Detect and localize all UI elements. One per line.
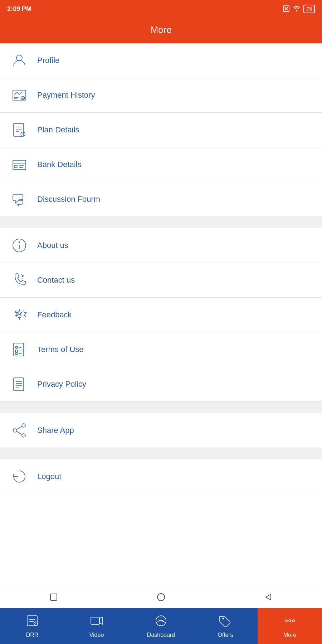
bottom-nav: DRR Video Dashboard xyxy=(0,608,322,644)
svg-rect-55 xyxy=(50,594,57,600)
feedback-icon xyxy=(10,306,29,324)
menu-section-share: Share App xyxy=(0,413,322,448)
nav-item-video[interactable]: Video xyxy=(64,608,129,644)
battery-icon: 76 xyxy=(303,5,315,13)
close-icon xyxy=(283,5,290,13)
menu-label-logout: Logout xyxy=(37,472,61,481)
nav-circle-button[interactable] xyxy=(157,593,165,603)
svg-point-38 xyxy=(13,429,17,432)
svg-rect-17 xyxy=(14,165,17,167)
menu-item-about-us[interactable]: About us xyxy=(0,228,322,263)
menu-item-bank-details[interactable]: Bank Details xyxy=(0,147,322,182)
dashboard-icon xyxy=(155,614,167,630)
nav-item-offers[interactable]: Offers xyxy=(193,608,258,644)
menu-label-share-app: Share App xyxy=(37,426,74,435)
wifi-icon xyxy=(293,5,301,13)
menu-item-terms-of-use[interactable]: Terms of Use xyxy=(0,332,322,367)
status-time: 2:09 PM xyxy=(7,5,31,13)
terms-icon xyxy=(10,340,29,359)
section-divider-3 xyxy=(0,448,322,459)
more-icon xyxy=(283,614,296,630)
menu-label-bank-details: Bank Details xyxy=(37,160,82,169)
video-icon xyxy=(90,614,103,630)
page-title: More xyxy=(150,24,171,35)
svg-point-30 xyxy=(15,352,18,355)
svg-point-3 xyxy=(16,55,22,61)
menu-label-terms-of-use: Terms of Use xyxy=(37,345,84,354)
svg-point-51 xyxy=(223,618,224,619)
svg-point-39 xyxy=(22,434,25,437)
svg-point-26 xyxy=(15,346,18,348)
plan-icon xyxy=(10,121,29,139)
svg-rect-25 xyxy=(14,343,24,356)
menu-item-share-app[interactable]: Share App xyxy=(0,413,322,448)
discussion-icon xyxy=(10,190,29,209)
svg-rect-8 xyxy=(14,123,24,136)
svg-point-54 xyxy=(292,620,294,622)
contact-icon xyxy=(10,271,29,289)
svg-point-22 xyxy=(19,241,20,243)
menu-label-discussion-forum: Discussion Fourm xyxy=(37,195,100,204)
menu-section-info: About us Contact us xyxy=(0,228,322,402)
nav-label-drr: DRR xyxy=(26,632,39,638)
menu-item-feedback[interactable]: Feedback xyxy=(0,298,322,332)
nav-square-button[interactable] xyxy=(50,593,58,602)
nav-label-dashboard: Dashboard xyxy=(147,632,175,638)
info-icon xyxy=(10,236,29,255)
menu-section-main: Profile Payment History xyxy=(0,43,322,217)
privacy-icon xyxy=(10,375,29,394)
menu-label-plan-details: Plan Details xyxy=(37,125,79,135)
status-bar: 2:09 PM 76 xyxy=(0,0,322,18)
nav-label-offers: Offers xyxy=(218,632,233,638)
share-icon xyxy=(10,421,29,440)
svg-marker-49 xyxy=(99,617,102,624)
svg-point-23 xyxy=(22,275,24,277)
menu-label-about-us: About us xyxy=(37,241,68,250)
section-divider-2 xyxy=(0,402,322,413)
svg-rect-15 xyxy=(13,160,26,170)
nav-item-more[interactable]: More xyxy=(258,608,322,644)
svg-point-56 xyxy=(157,594,165,601)
menu-item-plan-details[interactable]: Plan Details xyxy=(0,113,322,147)
menu-item-privacy-policy[interactable]: Privacy Policy xyxy=(0,367,322,402)
menu-item-logout[interactable]: Logout xyxy=(0,459,322,494)
svg-line-40 xyxy=(17,426,22,429)
svg-line-41 xyxy=(17,431,22,434)
offers-icon xyxy=(219,614,232,630)
section-divider-1 xyxy=(0,217,322,228)
nav-item-drr[interactable]: DRR xyxy=(0,608,64,644)
nav-label-video: Video xyxy=(89,632,104,638)
svg-rect-48 xyxy=(91,617,99,624)
menu-section-logout: Logout xyxy=(0,459,322,494)
svg-point-7 xyxy=(21,96,25,100)
svg-point-37 xyxy=(22,424,25,427)
drr-icon xyxy=(26,614,39,630)
header: More xyxy=(0,18,322,43)
menu-item-contact-us[interactable]: Contact us xyxy=(0,263,322,298)
logout-icon xyxy=(10,467,29,486)
svg-rect-43 xyxy=(27,616,37,626)
menu-label-payment-history: Payment History xyxy=(37,91,95,100)
nav-item-dashboard[interactable]: Dashboard xyxy=(129,608,193,644)
svg-point-52 xyxy=(285,620,287,622)
menu-item-discussion-forum[interactable]: Discussion Fourm xyxy=(0,182,322,217)
system-nav-bar xyxy=(0,587,322,608)
content-wrapper: Profile Payment History xyxy=(0,43,322,555)
user-icon xyxy=(10,51,29,70)
svg-point-53 xyxy=(289,620,291,622)
status-icons: 76 xyxy=(283,5,315,13)
svg-point-28 xyxy=(15,350,18,352)
svg-marker-57 xyxy=(266,594,271,600)
payment-icon xyxy=(10,86,29,104)
nav-back-button[interactable] xyxy=(264,593,272,602)
menu-label-feedback: Feedback xyxy=(37,310,72,319)
nav-label-more: More xyxy=(283,632,296,638)
svg-rect-32 xyxy=(14,378,24,391)
menu-label-profile: Profile xyxy=(37,56,59,65)
menu-label-contact-us: Contact us xyxy=(37,275,75,285)
menu-label-privacy-policy: Privacy Policy xyxy=(37,380,86,389)
bank-icon xyxy=(10,155,29,174)
menu-item-payment-history[interactable]: Payment History xyxy=(0,78,322,113)
menu-item-profile[interactable]: Profile xyxy=(0,43,322,78)
